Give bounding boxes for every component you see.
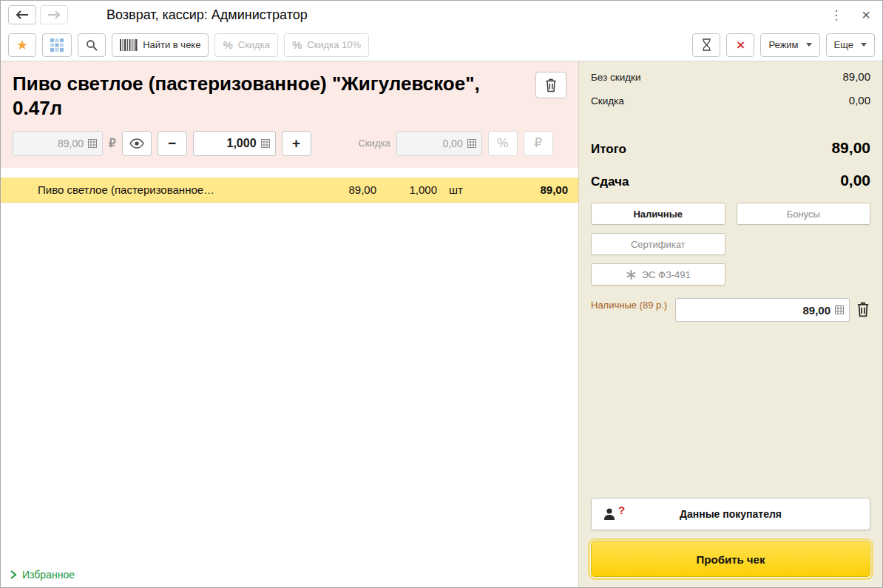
receipt-row-selected[interactable]: Пиво светлое (пастеризованное… 89,00 1,0… bbox=[1, 178, 578, 203]
delete-item-button[interactable] bbox=[535, 72, 566, 98]
nav-button-group bbox=[8, 5, 68, 24]
paygrid-empty-cell bbox=[737, 233, 871, 255]
toolbar-right-group: × Режим Еще bbox=[692, 33, 875, 57]
product-title: Пиво светлое (пастеризованное) "Жигулевс… bbox=[13, 72, 535, 121]
minus-icon: − bbox=[168, 136, 176, 150]
cash-payment-line: Наличные (89 р.) bbox=[591, 298, 870, 322]
item-discount-input bbox=[403, 138, 463, 149]
decrease-qty-button[interactable]: − bbox=[158, 131, 187, 156]
favorites-toggle[interactable]: Избранное bbox=[1, 562, 578, 587]
total-value: 89,00 bbox=[831, 139, 870, 157]
payment-panel: Без скидки 89,00 Скидка 0,00 Итого 89,00… bbox=[578, 61, 882, 587]
no-discount-label: Без скидки bbox=[591, 72, 641, 83]
calculator-icon bbox=[88, 139, 97, 148]
grid-icon bbox=[50, 38, 64, 52]
quantity-field bbox=[193, 131, 276, 156]
mode-button[interactable]: Режим bbox=[760, 33, 819, 57]
pay-bonus-button[interactable]: Бонусы bbox=[737, 203, 871, 225]
price-input bbox=[19, 138, 84, 149]
remove-payment-button[interactable] bbox=[856, 298, 870, 317]
star-icon: ★ bbox=[16, 38, 28, 52]
postpone-receipt-button[interactable] bbox=[692, 33, 720, 57]
pay-es-fz491-button[interactable]: ЭС ФЗ-491 bbox=[591, 263, 725, 285]
quick-goods-button[interactable] bbox=[42, 33, 72, 57]
close-icon[interactable]: × bbox=[862, 7, 870, 22]
discount-ruble-button: ₽ bbox=[524, 131, 553, 156]
pay-cash-button[interactable]: Наличные bbox=[591, 203, 725, 225]
quantity-input[interactable] bbox=[200, 137, 257, 150]
search-button[interactable] bbox=[78, 33, 106, 57]
question-mark-icon: ? bbox=[618, 504, 625, 516]
asterisk-icon bbox=[626, 269, 637, 280]
cancel-receipt-button[interactable]: × bbox=[726, 33, 754, 57]
row-quantity: 1,000 bbox=[376, 183, 437, 196]
total-row: Итого 89,00 bbox=[591, 139, 870, 157]
pay-cash-label: Наличные bbox=[633, 209, 683, 220]
increase-qty-button[interactable]: + bbox=[282, 131, 311, 156]
item-discount-label: Скидка bbox=[359, 138, 390, 149]
window-title: Возврат, кассир: Администратор bbox=[106, 7, 308, 23]
titlebar: Возврат, кассир: Администратор ⋮ × bbox=[1, 1, 882, 29]
find-in-receipt-label: Найти в чеке bbox=[143, 39, 200, 50]
calculator-icon bbox=[467, 139, 476, 148]
calculator-icon bbox=[835, 305, 844, 314]
customer-data-label: Данные покупателя bbox=[680, 508, 782, 520]
panel-spacer bbox=[591, 322, 870, 498]
discount-row: Скидка 0,00 bbox=[591, 94, 870, 107]
barcode-icon bbox=[120, 39, 138, 51]
change-value: 0,00 bbox=[840, 172, 870, 189]
summary-discount-label: Скидка bbox=[591, 95, 624, 107]
item-discount-field bbox=[396, 131, 482, 156]
row-unit: шт bbox=[437, 183, 490, 196]
discount-button: % Скидка bbox=[214, 33, 277, 57]
pay-certificate-button[interactable]: Сертификат bbox=[591, 233, 725, 255]
window-menu-icon[interactable]: ⋮ bbox=[830, 9, 842, 21]
back-button[interactable] bbox=[8, 5, 36, 24]
total-label: Итого bbox=[591, 142, 626, 157]
pos-window: Возврат, кассир: Администратор ⋮ × ★ Най… bbox=[0, 0, 883, 588]
customer-data-button[interactable]: ? Данные покупателя bbox=[591, 498, 870, 530]
receipt-table: Пиво светлое (пастеризованное… 89,00 1,0… bbox=[1, 178, 578, 203]
arrow-left-icon bbox=[16, 10, 29, 19]
chevron-right-icon bbox=[10, 570, 17, 579]
view-item-button[interactable] bbox=[122, 131, 152, 156]
find-in-receipt-button[interactable]: Найти в чеке bbox=[112, 33, 209, 57]
paygrid-empty-cell bbox=[737, 263, 871, 285]
change-label: Сдача bbox=[591, 175, 629, 189]
customer-icon-group: ? bbox=[602, 507, 625, 521]
arrow-right-icon bbox=[47, 10, 61, 19]
trash-icon bbox=[544, 78, 558, 92]
receipt-area: Пиво светлое (пастеризованное) "Жигулевс… bbox=[1, 61, 578, 587]
trash-icon bbox=[856, 301, 870, 317]
pay-es-fz491-label: ЭС ФЗ-491 bbox=[642, 269, 691, 280]
cash-amount-field bbox=[675, 298, 850, 322]
red-x-icon: × bbox=[737, 38, 745, 52]
more-button[interactable]: Еще bbox=[826, 33, 875, 57]
summary-discount-value: 0,00 bbox=[849, 94, 870, 107]
discount-button-label: Скидка bbox=[238, 39, 270, 50]
favorites-star-button[interactable]: ★ bbox=[8, 33, 36, 57]
favorites-label: Избранное bbox=[22, 569, 75, 581]
person-icon bbox=[602, 507, 617, 521]
current-item-panel: Пиво светлое (пастеризованное) "Жигулевс… bbox=[1, 61, 578, 168]
forward-button bbox=[40, 5, 68, 24]
change-row: Сдача 0,00 bbox=[591, 172, 870, 189]
hourglass-icon bbox=[701, 38, 712, 51]
pay-bonus-label: Бонусы bbox=[787, 209, 820, 220]
submit-receipt-button[interactable]: Пробить чек bbox=[591, 541, 870, 577]
percent-icon: % bbox=[497, 136, 508, 151]
eye-icon bbox=[129, 138, 144, 149]
cash-payment-label: Наличные (89 р.) bbox=[591, 298, 669, 312]
row-total: 89,00 bbox=[490, 183, 578, 196]
calculator-icon bbox=[261, 139, 270, 148]
row-price: 89,00 bbox=[260, 183, 376, 196]
percent-icon: % bbox=[223, 38, 232, 51]
cash-amount-input[interactable] bbox=[682, 304, 830, 317]
percent-icon: % bbox=[292, 38, 302, 51]
no-discount-row: Без скидки 89,00 bbox=[591, 70, 870, 83]
more-button-label: Еще bbox=[834, 39, 853, 50]
plus-icon: + bbox=[292, 136, 300, 150]
pay-certificate-label: Сертификат bbox=[631, 239, 686, 250]
price-field bbox=[13, 131, 103, 156]
content: Пиво светлое (пастеризованное) "Жигулевс… bbox=[1, 61, 882, 587]
